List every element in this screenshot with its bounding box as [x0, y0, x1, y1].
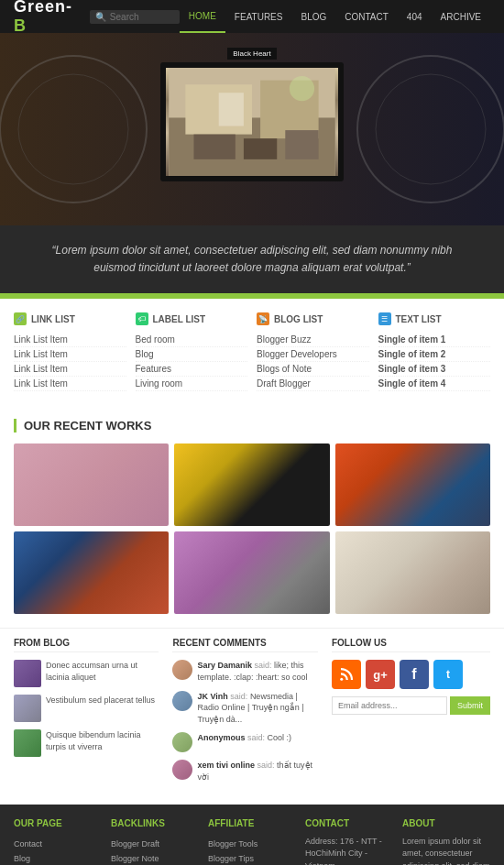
footer: OUR PAGE Contact Blog Sitemap About BACK… — [0, 805, 504, 865]
blog-list-col: 📡 BLOG LIST Blogger Buzz Blogger Develop… — [257, 312, 369, 391]
blog-list-header: 📡 BLOG LIST — [257, 312, 369, 325]
footer-our-page-title: OUR PAGE — [14, 818, 102, 828]
list-item: Link List Item — [14, 362, 126, 377]
nav-features[interactable]: FEATURES — [225, 0, 292, 33]
list-item: Link List Item — [14, 377, 126, 391]
svg-rect-9 — [244, 138, 277, 159]
list-item: Blogs of Note — [257, 362, 369, 377]
list-item: Blogger Buzz — [257, 333, 369, 347]
logo-b: B — [14, 16, 27, 35]
follow-section: FOLLOW US g+ f t Submit — [332, 638, 490, 790]
search-box[interactable]: 🔍 — [90, 10, 180, 24]
list-item: Blogger Note — [111, 850, 199, 865]
text-list-icon: ☰ — [378, 312, 391, 325]
svg-point-12 — [290, 76, 314, 101]
list-item: Contact — [14, 836, 102, 850]
list-item: Single of item 2 — [378, 347, 491, 362]
link-list-icon: 🔗 — [14, 312, 27, 325]
twitter-button[interactable]: t — [433, 660, 463, 689]
label-list-col: 🏷 LABEL LIST Bed room Blog Features Livi… — [136, 312, 248, 391]
link-list-header: 🔗 LINK LIST — [14, 312, 126, 325]
quote-text: “Lorem ipsum dolor sit amet, consectetue… — [37, 242, 467, 277]
blog-text-2: Vestibulum sed placerat tellus — [46, 695, 155, 722]
facebook-button[interactable]: f — [400, 660, 429, 689]
blog-list-title: BLOG LIST — [274, 314, 323, 324]
blog-thumb-2 — [14, 695, 41, 722]
list-item: Single of item 3 — [378, 362, 491, 377]
googleplus-button[interactable]: g+ — [366, 660, 395, 689]
label-list-icon: 🏷 — [136, 312, 148, 325]
footer-our-page: OUR PAGE Contact Blog Sitemap About — [14, 818, 102, 865]
search-icon: 🔍 — [95, 12, 106, 22]
email-input[interactable] — [332, 696, 447, 715]
blog-item-3: Quisque bibendum lacinia turpis ut viver… — [14, 729, 159, 757]
follow-section-title: FOLLOW US — [332, 638, 490, 652]
nav-contact[interactable]: CONTACT — [335, 0, 398, 33]
work-item-1[interactable] — [14, 443, 169, 526]
label-list-title: LABEL LIST — [153, 314, 206, 324]
footer-affiliate-list: Blogger Tools Blogger Tips Blogger Templ… — [208, 836, 296, 865]
comment-item-3: Anonymous said: Cool :) — [172, 732, 318, 752]
footer-backlinks-list: Blogger Draft Blogger Note Blogger Code … — [111, 836, 199, 865]
recent-works-title: OUR RECENT WORKS — [14, 419, 490, 432]
label-list: Bed room Blog Features Living room — [136, 333, 248, 391]
link-list: Link List Item Link List Item Link List … — [14, 333, 126, 391]
comment-text-2: JK Vinh said: Newsmedia | Radio Online |… — [197, 691, 318, 726]
list-item: Link List Item — [14, 333, 126, 347]
hero-section: Black Heart — [0, 33, 504, 225]
submit-button[interactable]: Submit — [450, 696, 490, 715]
comments-section-title: RECENT COMMENTS — [172, 638, 318, 652]
blog-list-icon: 📡 — [257, 312, 269, 325]
footer-affiliate: AFFILIATE Blogger Tools Blogger Tips Blo… — [208, 818, 296, 865]
recent-works-section: OUR RECENT WORKS — [0, 405, 504, 628]
svg-rect-10 — [285, 130, 318, 159]
footer-about: ABOUT Lorem ipsum dolor sit amet, consec… — [402, 818, 490, 865]
list-item: Blogger Tips — [208, 850, 296, 865]
svg-rect-8 — [193, 135, 235, 159]
comment-text-3: Anonymous said: Cool :) — [197, 732, 291, 752]
comments-section: RECENT COMMENTS Sary Damanik said: like;… — [172, 638, 318, 790]
blog-text-1: Donec accumsan urna ut lacinia aliquet — [46, 660, 159, 687]
nav-archive[interactable]: ARCHIVE — [432, 0, 490, 33]
comment-item-1: Sary Damanik said: like; this template. … — [172, 660, 318, 683]
hero-monitor: Black Heart — [160, 47, 344, 181]
logo[interactable]: Green-B — [14, 0, 81, 36]
list-item: Single of item 1 — [378, 333, 491, 347]
nav-404[interactable]: 404 — [398, 0, 432, 33]
svg-point-13 — [340, 678, 343, 681]
svg-point-1 — [18, 74, 128, 184]
work-item-3[interactable] — [335, 443, 490, 526]
comment-avatar-1 — [172, 660, 192, 680]
nav-blog[interactable]: BLOG — [291, 0, 335, 33]
comment-avatar-4 — [172, 760, 192, 780]
blog-item-2: Vestibulum sed placerat tellus — [14, 695, 159, 722]
footer-contact-address: Address: 176 - NTT - HoChiMinh City - Vi… — [305, 836, 393, 865]
nav-home[interactable]: HOME — [180, 0, 225, 33]
footer-about-title: ABOUT — [402, 818, 490, 828]
list-item: Living room — [136, 377, 248, 391]
comment-text-1: Sary Damanik said: like; this template. … — [197, 660, 318, 683]
footer-contact-title: CONTACT — [305, 818, 393, 828]
rss-button[interactable] — [332, 660, 361, 689]
list-item: Blog — [14, 850, 102, 865]
text-list-header: ☰ TEXT LIST — [378, 312, 491, 325]
svg-rect-11 — [219, 93, 244, 126]
work-item-2[interactable] — [174, 443, 329, 526]
footer-about-text: Lorem ipsum dolor sit amet, consectetuer… — [402, 836, 490, 865]
comment-item-4: xem tivi online said: thất tuyệt vời — [172, 760, 318, 783]
search-input[interactable] — [110, 12, 174, 22]
header: Green-B 🔍 HOME FEATURES BLOG CONTACT 404… — [0, 0, 504, 33]
email-subscribe: Submit — [332, 696, 490, 715]
footer-backlinks: BACKLINKS Blogger Draft Blogger Note Blo… — [111, 818, 199, 865]
svg-point-2 — [357, 56, 504, 203]
quote-section: “Lorem ipsum dolor sit amet, consectetue… — [0, 225, 504, 293]
list-item: Blogger Developers — [257, 347, 369, 362]
monitor-screen — [160, 62, 344, 181]
work-item-6[interactable] — [335, 531, 490, 614]
monitor-label: Black Heart — [227, 48, 276, 60]
blog-thumb-1 — [14, 660, 41, 687]
comment-avatar-2 — [172, 691, 192, 711]
svg-point-3 — [376, 74, 486, 184]
work-item-5[interactable] — [174, 531, 329, 614]
work-item-4[interactable] — [14, 531, 169, 614]
